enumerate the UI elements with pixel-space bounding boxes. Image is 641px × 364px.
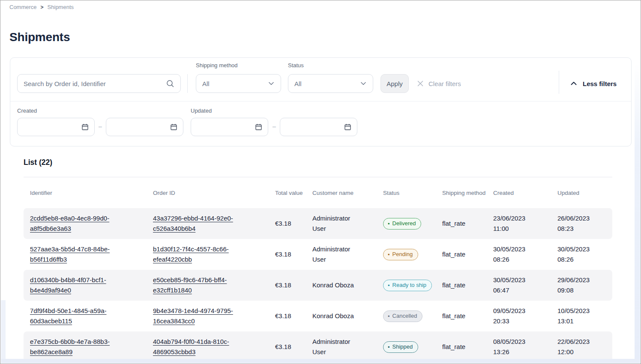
status-badge: Delivered bbox=[383, 218, 421, 230]
shipping-method-cell: flat_rate bbox=[442, 218, 493, 229]
updated-cell: 10/05/202313:01 bbox=[557, 306, 612, 326]
calendar-icon bbox=[81, 123, 89, 131]
status-badge: Cancelled bbox=[383, 310, 422, 322]
total-value-cell: €3.18 bbox=[275, 218, 312, 229]
filters-row-divider bbox=[10, 101, 631, 101]
filters-vertical-divider-1 bbox=[187, 74, 188, 93]
identifier-link[interactable]: e7e375cb-6b0b-4e7a-88b3-be862ace8a89 bbox=[30, 337, 123, 357]
apply-button[interactable]: Apply bbox=[380, 74, 409, 93]
column-header-customer-name: Customer name bbox=[312, 189, 383, 197]
breadcrumb: Commerce > Shipments bbox=[9, 4, 74, 10]
order-id-link[interactable]: 404ab794-f0f0-41da-810c-4869053cbbd3 bbox=[153, 337, 246, 357]
created-range-dash: – bbox=[96, 123, 104, 130]
breadcrumb-separator-icon: > bbox=[41, 4, 44, 10]
column-header-shipping-method: Shipping method bbox=[442, 189, 493, 197]
customer-name-cell: Administrator User bbox=[312, 244, 365, 265]
updated-cell: 29/06/202309:08 bbox=[557, 275, 612, 295]
updated-cell: 22/06/202312:00 bbox=[557, 337, 612, 357]
customer-name-cell: Administrator User bbox=[312, 337, 365, 357]
shipping-method-cell: flat_rate bbox=[442, 342, 493, 352]
table-body: 2cdd5eb8-e8a0-4ec8-99d0-a8f5db6e3a63 43a… bbox=[24, 208, 612, 362]
order-id-link[interactable]: 9b4e3478-1e4d-4974-9795-16cea3843cc0 bbox=[153, 306, 246, 326]
created-filter-label: Created bbox=[17, 107, 37, 114]
customer-name-cell: Administrator User bbox=[312, 213, 365, 234]
close-icon bbox=[416, 80, 424, 87]
table-row: 7df9f4bd-50e1-4845-a59a-60d3acbeb115 9b4… bbox=[24, 301, 612, 331]
table-header: Identifier Order ID Total value Customer… bbox=[24, 177, 612, 208]
clear-filters-button[interactable]: Clear filters bbox=[416, 74, 461, 93]
identifier-link[interactable]: 2cdd5eb8-e8a0-4ec8-99d0-a8f5db6e3a63 bbox=[30, 213, 123, 234]
table-row: d106340b-b4b8-4f07-bcf1-b4e4d9af94e0 e50… bbox=[24, 270, 612, 301]
clear-filters-label: Clear filters bbox=[428, 80, 461, 87]
page-title: Shipments bbox=[9, 30, 70, 44]
total-value-cell: €3.18 bbox=[275, 249, 312, 260]
total-value-cell: €3.18 bbox=[275, 280, 312, 290]
created-cell: 09/05/202320:33 bbox=[493, 306, 557, 326]
filters-panel: Shipping method All Status All Apply Cle… bbox=[10, 57, 632, 146]
shipments-list: List (22) Identifier Order ID Total valu… bbox=[24, 158, 612, 362]
shipping-method-label: Shipping method bbox=[196, 62, 238, 69]
created-from-input[interactable] bbox=[17, 118, 95, 136]
status-badge: Shipped bbox=[383, 341, 418, 353]
identifier-link[interactable]: 527aae3a-5b5d-47c8-84be-b56f11d6ffb3 bbox=[30, 244, 123, 265]
created-cell: 23/06/202311:00 bbox=[493, 213, 557, 234]
column-header-identifier: Identifier bbox=[24, 189, 153, 197]
shipping-method-cell: flat_rate bbox=[442, 311, 493, 321]
app-background-bottom-edge bbox=[1, 359, 640, 363]
shipments-page: Commerce > Shipments Shipments Shipping … bbox=[0, 0, 641, 364]
column-header-created: Created bbox=[493, 189, 557, 197]
updated-range-dash: – bbox=[270, 123, 278, 130]
created-to-input[interactable] bbox=[106, 118, 183, 136]
column-header-updated: Updated bbox=[557, 189, 612, 197]
search-input[interactable] bbox=[24, 80, 166, 87]
chevron-down-icon bbox=[360, 80, 367, 87]
customer-name-cell: Konrad Oboza bbox=[312, 280, 354, 290]
chevron-up-icon bbox=[570, 80, 578, 87]
identifier-link[interactable]: d106340b-b4b8-4f07-bcf1-b4e4d9af94e0 bbox=[30, 275, 123, 295]
created-cell: 30/05/202306:47 bbox=[493, 275, 557, 295]
shipping-method-cell: flat_rate bbox=[442, 280, 493, 290]
updated-to-input[interactable] bbox=[280, 118, 357, 136]
chevron-down-icon bbox=[268, 80, 275, 87]
status-badge: Ready to ship bbox=[383, 280, 432, 291]
identifier-link[interactable]: 7df9f4bd-50e1-4845-a59a-60d3acbeb115 bbox=[30, 306, 123, 326]
order-id-link[interactable]: b1d30f12-7f4c-4557-8c66-efeaf4220cbb bbox=[153, 244, 246, 265]
table-row: 2cdd5eb8-e8a0-4ec8-99d0-a8f5db6e3a63 43a… bbox=[24, 208, 612, 239]
status-label: Status bbox=[288, 62, 304, 69]
breadcrumb-commerce[interactable]: Commerce bbox=[9, 4, 37, 10]
table-row: e7e375cb-6b0b-4e7a-88b3-be862ace8a89 404… bbox=[24, 331, 612, 362]
less-filters-toggle[interactable]: Less filters bbox=[570, 74, 617, 93]
order-id-link[interactable]: 43a37296-ebbd-4164-92e0-c526a340b6b4 bbox=[153, 213, 246, 234]
status-select[interactable]: All bbox=[288, 74, 373, 93]
created-cell: 30/05/202308:26 bbox=[493, 244, 557, 265]
status-badge: Pending bbox=[383, 249, 418, 260]
column-header-order-id: Order ID bbox=[153, 189, 275, 197]
list-title: List (22) bbox=[24, 158, 612, 167]
created-cell: 08/05/202313:26 bbox=[493, 337, 557, 357]
breadcrumb-shipments[interactable]: Shipments bbox=[48, 4, 74, 10]
column-header-status: Status bbox=[383, 189, 442, 197]
shipping-method-cell: flat_rate bbox=[442, 249, 493, 260]
column-header-total-value: Total value bbox=[275, 189, 312, 197]
shipping-method-select[interactable]: All bbox=[196, 74, 281, 93]
less-filters-label: Less filters bbox=[583, 80, 617, 87]
table-row: 527aae3a-5b5d-47c8-84be-b56f11d6ffb3 b1d… bbox=[24, 239, 612, 270]
total-value-cell: €3.18 bbox=[275, 342, 312, 352]
calendar-icon bbox=[255, 123, 262, 131]
total-value-cell: €3.18 bbox=[275, 311, 312, 321]
filters-vertical-divider-2 bbox=[559, 71, 559, 94]
calendar-icon bbox=[344, 123, 351, 131]
customer-name-cell: Konrad Oboza bbox=[312, 311, 354, 321]
updated-cell: 30/05/202308:26 bbox=[557, 244, 612, 265]
calendar-icon bbox=[170, 123, 177, 131]
updated-filter-label: Updated bbox=[191, 107, 212, 114]
order-id-link[interactable]: e50ceb85-f9c6-47b6-bff4-e32cff1b1840 bbox=[153, 275, 246, 295]
status-value: All bbox=[294, 80, 302, 87]
updated-cell: 26/06/202308:23 bbox=[557, 213, 612, 234]
app-background-right-edge bbox=[635, 64, 640, 363]
updated-from-input[interactable] bbox=[191, 118, 268, 136]
shipping-method-value: All bbox=[202, 80, 210, 87]
search-box[interactable] bbox=[17, 74, 181, 93]
app-background-left-edge bbox=[1, 300, 6, 363]
search-icon bbox=[166, 79, 174, 88]
